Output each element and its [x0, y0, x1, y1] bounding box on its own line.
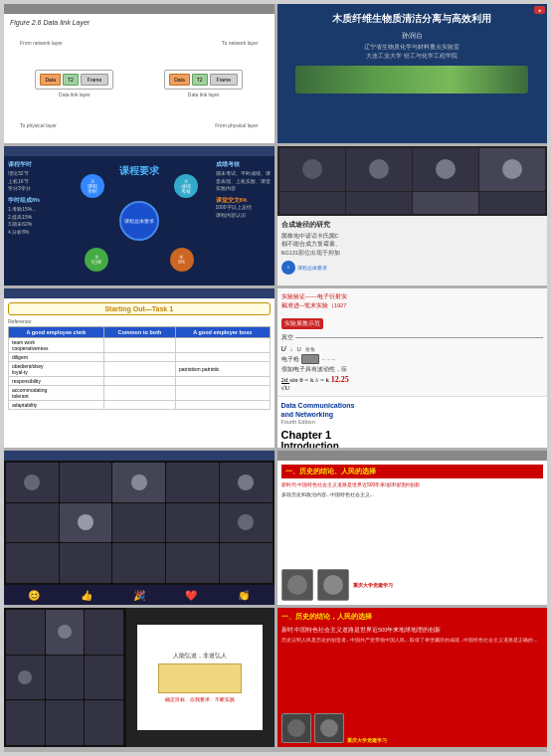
vc-cell-2: [60, 463, 112, 502]
dl-label-right: Data link layer: [188, 92, 220, 97]
t2-box-right: T2: [192, 74, 208, 86]
col3-header: A good employer boss: [176, 327, 270, 338]
live-badge: ●: [534, 6, 545, 14]
vc2-cell-6: [85, 656, 123, 700]
emoji-3: 🎉: [133, 590, 145, 601]
right-content2: 1000字以上总结课程内容认识: [216, 204, 271, 219]
table-row: diligent: [9, 353, 271, 362]
history-subtitle: 新时代·中国特色社会主义道路是世界近500年来地球地理的创新: [281, 481, 544, 488]
left-content2: 1.考勤15%...2.提高15%3.期末62%4.分析8%: [8, 206, 63, 236]
orbit-4: ④6%: [170, 248, 194, 272]
slide-image: [158, 663, 241, 693]
reference-label: Reference:: [8, 318, 271, 324]
main-container: Figure 2.6 Data link Layer From network …: [0, 0, 551, 756]
participant-1: [279, 148, 345, 191]
table-row: team workcooperativeness: [9, 338, 271, 353]
cell-wood-fiber: ● 木质纤维生物质清洁分离与高效利用 孙润台 辽宁省生物质化学与材料重点实验室 …: [277, 4, 548, 143]
emoji-1: 😊: [28, 590, 40, 601]
cell-course-req: 课程学时 理论32节上机16节学分3学分 学时组成8% 1.考勤15%...2.…: [4, 146, 275, 285]
left-content: 理论32节上机16节学分3学分: [8, 170, 63, 193]
diagram-title: Figure 2.6 Data link Layer: [10, 19, 269, 26]
vc2-cell-1: [6, 610, 45, 655]
table-row: accommodatingtolerant: [9, 386, 271, 401]
vc-cell-7: [60, 503, 112, 543]
cell-history: 一、历史的结论、人民的选择 新时代·中国特色社会主义道路是世界近500年来地球地…: [277, 451, 548, 605]
vc-cell-6: [6, 503, 59, 543]
political-bottom-org: 重庆大学党建学习: [347, 737, 544, 743]
vc-cell-5: [220, 463, 273, 502]
political-content: 历史证明人民是历史的创造者...中国共产党带领中国人民... 取得了举世瞩目的成…: [281, 636, 544, 710]
data-box-left: Data: [40, 74, 61, 86]
cell-political: 一、历史的结论，人民的选择 新时·中国特色社会主义道路是世界近500年来地球地理…: [277, 608, 548, 747]
left-sidebar-title: 课程学时: [8, 160, 63, 168]
col1-header: A good employee clerk: [9, 327, 104, 338]
right-sidebar-title2: 课堂交文6%: [216, 196, 271, 204]
participant-5: [279, 192, 345, 215]
cell-topbar-1: [4, 4, 275, 14]
left-sidebar-title2: 学时组成8%: [8, 196, 63, 204]
political-person-2: [314, 713, 344, 743]
angle-label: U: [297, 346, 301, 352]
vc2-cell-5: [46, 656, 85, 700]
dl-label-left: Data link layer: [59, 92, 91, 97]
political-person-1: [281, 713, 311, 743]
frame-box-left: Frame: [81, 74, 108, 86]
synthesis-text2: 都不能合成力复霉素、: [281, 240, 544, 248]
history-content: 多段历史和政治内容...中国特色社会主义...: [281, 491, 544, 566]
vc-cell-11: [6, 543, 59, 583]
vc-cell-9: [166, 503, 219, 543]
vc-cell-10: [220, 503, 273, 543]
participant-3: [413, 148, 478, 191]
from-physical-label: From physical layer: [215, 122, 258, 128]
center-circle: 课程总体要求: [119, 201, 159, 241]
fiber-title: 木质纤维生物质清洁分离与高效利用: [332, 12, 491, 25]
bottom-org: 重庆大学党建学习: [353, 582, 544, 588]
right-content: 期末考试、平时成绩、课堂表现、上机实验、课堂实验内容: [216, 170, 271, 193]
hypothesis-text: 假如电子具有波动性，应: [281, 366, 544, 373]
cell-topbar-3: [4, 146, 275, 156]
political-title: 一、历史的结论，人民的选择: [281, 612, 544, 623]
campus-image: [295, 66, 528, 94]
task-title: Starting Out—Task 1: [8, 302, 271, 315]
slide-subtext: 确定目标、自我要求、不断实践: [165, 696, 235, 703]
participant-8: [479, 192, 545, 215]
gun-diagram: [301, 354, 319, 364]
edition-label: Fourth Edition: [281, 419, 544, 425]
from-network-label: From network layer: [20, 40, 63, 46]
table-row: adaptability: [9, 401, 271, 410]
course-req-title: 课程要求: [119, 164, 159, 178]
task-table: A good employee clerk Common to both A g…: [8, 326, 271, 410]
presenter-name: 孙润台: [402, 31, 423, 41]
vc2-cell-3: [85, 610, 123, 655]
to-network-label: To network layer: [222, 40, 258, 46]
video-grid: Figure 2.6 Data link Layer From network …: [4, 4, 547, 752]
formula-text: 2d sin θ = k λ = k 12.25√U: [281, 375, 544, 392]
vc-cell-14: [166, 543, 219, 583]
vc2-cell-2: [46, 610, 85, 655]
vc-cell-1: [6, 463, 59, 502]
org2-label: 大连工业大学 轻工与化学工程学院: [366, 52, 458, 60]
vc-cell-13: [112, 543, 165, 583]
exp-banner: 实验展教示范: [281, 318, 323, 329]
voltage-label: U: [281, 345, 286, 352]
vc-cell-4: [166, 463, 219, 502]
vc2-cell-9: [85, 700, 123, 745]
org1-label: 辽宁省生物质化学与材料重点实验室: [364, 43, 459, 51]
t2-box-left: T2: [63, 74, 79, 86]
orbit-3: ③纪律: [85, 248, 108, 272]
cell-video-conf-2: 人能弘道，非道弘人 确定目标、自我要求、不断实践: [4, 608, 275, 747]
vc-cell-15: [220, 543, 273, 583]
synthesis-title: 合成途径的研究: [281, 220, 544, 230]
cell-topbar-7: [4, 451, 275, 461]
participant-2: [346, 148, 412, 191]
participant-7: [413, 192, 478, 215]
mini-circle: 3: [281, 261, 295, 275]
orbit-2: ②成绩考核: [174, 174, 198, 198]
person-box-2: [317, 569, 349, 601]
cell-video-conf: 😊 👍 🎉 ❤️ 👏: [4, 451, 275, 605]
vc-cell-3: [112, 463, 165, 502]
vc2-cell-4: [6, 656, 45, 700]
participant-6: [346, 192, 412, 215]
exp-title: 实验验证——电子衍射实: [281, 292, 544, 301]
cell-data-link: Figure 2.6 Data link Layer From network …: [4, 4, 275, 143]
